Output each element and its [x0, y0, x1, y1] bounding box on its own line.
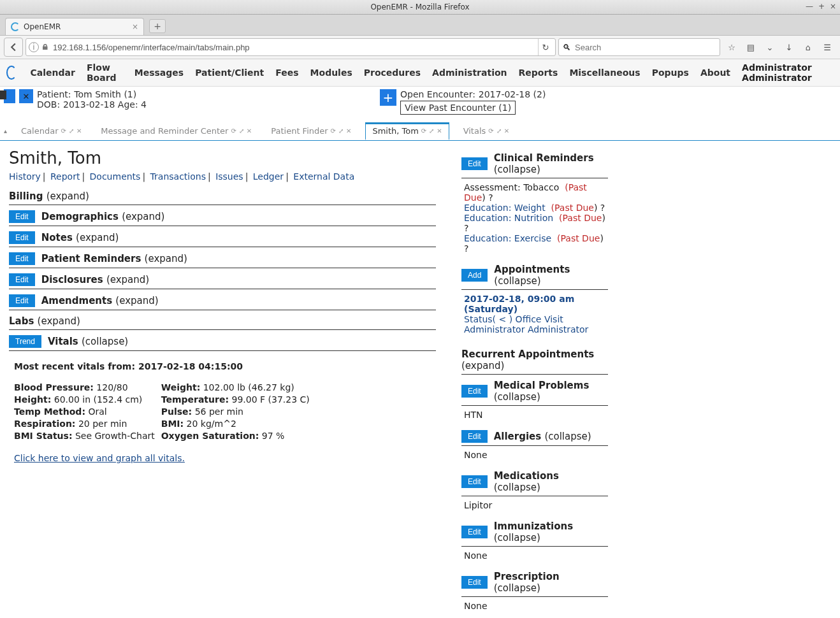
- popout-icon[interactable]: ⤢: [69, 127, 74, 134]
- add-appointment-button[interactable]: Add: [461, 269, 488, 282]
- view-all-vitals-link[interactable]: Click here to view and graph all vitals.: [14, 453, 185, 463]
- appointment-provider[interactable]: Administrator Administrator: [464, 324, 588, 334]
- edit-clinical-reminders-button[interactable]: Edit: [461, 157, 488, 170]
- link-history[interactable]: History: [9, 171, 41, 182]
- edit-medications-button[interactable]: Edit: [461, 475, 488, 488]
- edit-demographics-button[interactable]: Edit: [9, 210, 35, 223]
- menu-patientclient[interactable]: Patient/Client: [195, 68, 264, 78]
- inner-tabstrip: ▴ Calendar⟳⤢✕ Message and Reminder Cente…: [0, 121, 840, 141]
- popout-icon[interactable]: ⤢: [239, 127, 244, 134]
- tab-message-center[interactable]: Message and Reminder Center⟳⤢✕: [96, 124, 257, 138]
- close-icon[interactable]: ✕: [346, 127, 351, 134]
- section-clinical-reminders: Edit Clinical Reminders (collapse): [461, 150, 608, 178]
- refresh-icon[interactable]: ⟳: [231, 127, 236, 134]
- url-input[interactable]: [52, 42, 535, 53]
- link-issues[interactable]: Issues: [215, 171, 243, 182]
- page-title: Smith, Tom: [9, 148, 436, 168]
- browser-tab[interactable]: OpenEMR ×: [5, 18, 144, 35]
- trend-vitals-button[interactable]: Trend: [9, 335, 41, 348]
- edit-immunizations-button[interactable]: Edit: [461, 526, 488, 538]
- tab-smith-tom[interactable]: Smith, Tom⟳⤢✕: [365, 122, 449, 140]
- tab-calendar[interactable]: Calendar⟳⤢✕: [16, 124, 87, 138]
- menu-procedures[interactable]: Procedures: [364, 68, 421, 78]
- edit-amendments-button[interactable]: Edit: [9, 294, 35, 307]
- menu-miscellaneous[interactable]: Miscellaneous: [569, 68, 640, 78]
- appointment-status[interactable]: Status( < ) Office Visit: [464, 314, 563, 324]
- close-icon[interactable]: ✕: [247, 127, 252, 134]
- reminder-link[interactable]: Education: Nutrition: [464, 213, 553, 223]
- dob-value: 2013-02-18 Age: 4: [63, 99, 147, 110]
- close-icon[interactable]: ✕: [76, 127, 82, 134]
- section-labs[interactable]: Labs (expand): [9, 313, 436, 330]
- link-external-data[interactable]: External Data: [293, 171, 354, 182]
- bookmark-icon[interactable]: ☆: [725, 43, 738, 52]
- edit-prescription-button[interactable]: Edit: [461, 576, 488, 589]
- edit-disclosures-button[interactable]: Edit: [9, 273, 35, 286]
- popout-icon[interactable]: ⤢: [496, 127, 502, 134]
- url-bar[interactable]: i 🔒︎ ↻: [25, 38, 556, 56]
- home-icon[interactable]: ⌂: [802, 43, 815, 52]
- refresh-icon[interactable]: ⟳: [61, 127, 66, 134]
- popout-icon[interactable]: ⤢: [338, 127, 344, 134]
- library-icon[interactable]: ▤: [744, 43, 757, 52]
- edit-notes-button[interactable]: Edit: [9, 231, 35, 244]
- new-encounter-button[interactable]: +: [380, 89, 396, 106]
- collapse-tabs-icon[interactable]: ▴: [4, 127, 7, 134]
- refresh-icon[interactable]: ⟳: [488, 127, 493, 134]
- appointment-datetime[interactable]: 2017-02-18, 09:00 am (Saturday): [464, 294, 605, 314]
- menu-flowboard[interactable]: Flow Board: [87, 62, 123, 83]
- link-report[interactable]: Report: [50, 171, 80, 182]
- openemr-logo-icon[interactable]: [6, 66, 17, 80]
- menu-fees[interactable]: Fees: [275, 68, 298, 78]
- edit-allergies-button[interactable]: Edit: [461, 430, 488, 443]
- close-icon[interactable]: ✕: [504, 127, 509, 134]
- section-billing[interactable]: Billing (expand): [9, 188, 436, 205]
- close-icon[interactable]: ✕: [437, 127, 442, 134]
- section-patient-reminders: Edit Patient Reminders (expand): [9, 250, 436, 268]
- downloads-icon[interactable]: ↓: [783, 43, 795, 52]
- pocket-icon[interactable]: ⌄: [764, 43, 776, 52]
- edit-medical-problems-button[interactable]: Edit: [461, 385, 488, 398]
- edit-patient-reminders-button[interactable]: Edit: [9, 252, 35, 265]
- link-transactions[interactable]: Transactions: [150, 171, 206, 182]
- refresh-icon[interactable]: ⟳: [331, 127, 336, 134]
- reload-icon[interactable]: ↻: [538, 39, 553, 55]
- clear-patient-icon[interactable]: ✕: [19, 89, 33, 103]
- menu-modules[interactable]: Modules: [310, 68, 352, 78]
- menu-popups[interactable]: Popups: [652, 68, 689, 78]
- browser-search[interactable]: 🔍︎: [558, 38, 720, 56]
- minimize-icon[interactable]: —: [806, 2, 813, 11]
- section-amendments: Edit Amendments (expand): [9, 292, 436, 310]
- tab-patient-finder[interactable]: Patient Finder⟳⤢✕: [266, 124, 356, 138]
- maximize-icon[interactable]: +: [818, 2, 825, 11]
- tab-vitals[interactable]: Vitals⟳⤢✕: [458, 124, 514, 138]
- view-past-encounter-button[interactable]: View Past Encounter (1): [400, 101, 516, 115]
- current-user[interactable]: Administrator Administrator: [742, 62, 834, 83]
- right-column: Edit Clinical Reminders (collapse) Asses…: [461, 147, 608, 616]
- tab-close-icon[interactable]: ×: [132, 22, 138, 31]
- menu-icon[interactable]: ☰: [821, 43, 834, 52]
- patient-bar: ✕ Patient: Tom Smith (1) DOB: 2013-02-18…: [0, 87, 840, 121]
- patient-card-icon[interactable]: [4, 89, 15, 103]
- search-icon: 🔍︎: [563, 43, 571, 52]
- reminder-link[interactable]: Education: Weight: [464, 203, 546, 213]
- info-icon[interactable]: i: [29, 42, 39, 52]
- menu-calendar[interactable]: Calendar: [31, 68, 75, 78]
- popout-icon[interactable]: ⤢: [429, 127, 434, 134]
- search-input[interactable]: [574, 42, 716, 53]
- menu-reports[interactable]: Reports: [519, 68, 558, 78]
- clinical-reminders-body: Assessment: Tobacco (Past Due) ? Educati…: [461, 178, 608, 259]
- section-vitals: Trend Vitals (collapse): [9, 333, 436, 351]
- menu-messages[interactable]: Messages: [134, 68, 184, 78]
- refresh-icon[interactable]: ⟳: [421, 127, 426, 134]
- new-tab-button[interactable]: +: [149, 19, 166, 33]
- menu-about[interactable]: About: [700, 68, 730, 78]
- menu-administration[interactable]: Administration: [432, 68, 507, 78]
- link-ledger[interactable]: Ledger: [253, 171, 284, 182]
- reminder-link[interactable]: Education: Exercise: [464, 233, 551, 243]
- section-medical-problems: Edit Medical Problems (collapse): [461, 377, 608, 406]
- section-recurrent-appointments[interactable]: Recurrent Appointments (expand): [461, 346, 608, 375]
- link-documents[interactable]: Documents: [90, 171, 141, 182]
- back-button[interactable]: [4, 38, 23, 57]
- close-icon[interactable]: ×: [830, 2, 836, 11]
